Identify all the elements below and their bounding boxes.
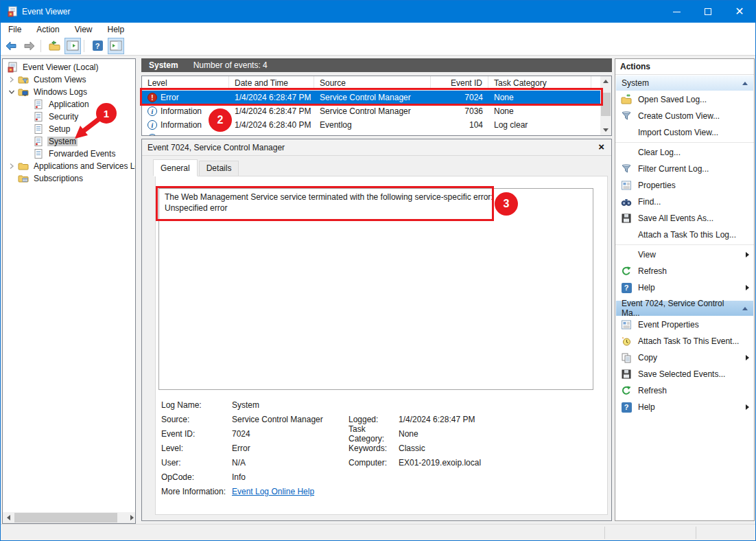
action-view[interactable]: View: [615, 246, 754, 263]
export-log-icon: [48, 41, 60, 51]
action-clear-log[interactable]: Clear Log...: [615, 144, 754, 161]
event-fields: Log Name: System Source: Service Control…: [161, 398, 600, 498]
action-attach-task-to-log[interactable]: Attach a Task To this Log...: [615, 227, 754, 243]
back-button[interactable]: [3, 38, 19, 54]
refresh-icon: [621, 385, 632, 396]
scroll-left-arrow-icon[interactable]: [3, 512, 14, 523]
collapse-arrow-icon[interactable]: [742, 82, 748, 85]
information-icon: i: [147, 106, 157, 116]
action-create-custom-view[interactable]: Create Custom View...: [615, 108, 754, 124]
submenu-arrow-icon: [746, 252, 749, 257]
back-icon: [5, 41, 17, 51]
minimize-icon: [673, 12, 681, 12]
help-icon: ?: [93, 41, 103, 51]
action-event-properties[interactable]: Event Properties: [615, 316, 754, 333]
action-help[interactable]: ? Help: [615, 279, 754, 296]
forward-button[interactable]: [21, 38, 38, 54]
minimize-button[interactable]: [661, 1, 692, 23]
action-attach-task-to-event[interactable]: Attach Task To This Event...: [615, 333, 754, 349]
scroll-down-arrow-icon[interactable]: [600, 125, 611, 135]
event-id-value: 7024: [232, 429, 349, 439]
tab-general[interactable]: General: [153, 159, 198, 176]
collapse-arrow-icon[interactable]: [742, 307, 748, 310]
tree-label[interactable]: Custom Views: [32, 75, 87, 84]
keywords-label: Keywords:: [349, 444, 399, 453]
tree-label[interactable]: Setup: [47, 124, 71, 134]
actions-section-system[interactable]: System: [615, 75, 754, 91]
annotation-box-error-row: [140, 88, 603, 106]
export-log-button[interactable]: [46, 38, 62, 54]
event-log-online-help-link[interactable]: Event Log Online Help: [232, 487, 314, 496]
close-icon: ✕: [735, 6, 744, 17]
scrollbar-thumb[interactable]: [14, 513, 117, 522]
tree-item-subscriptions[interactable]: Subscriptions: [3, 172, 135, 185]
tree-label[interactable]: Windows Logs: [32, 87, 88, 97]
tree-item-custom-views[interactable]: Custom Views: [3, 73, 135, 86]
tree-item-system[interactable]: System: [3, 135, 135, 148]
task-category-value: None: [399, 429, 600, 439]
event-viewer-app-icon: [7, 6, 18, 17]
log-file-icon: [33, 124, 44, 135]
action-help-event[interactable]: ? Help: [615, 399, 754, 415]
actions-section-event-7024[interactable]: Event 7024, Service Control Ma...: [615, 300, 754, 316]
menu-file[interactable]: File: [2, 23, 27, 36]
menu-view[interactable]: View: [69, 23, 99, 36]
preview-header: Event 7024, Service Control Manager ×: [142, 139, 611, 156]
status-bar: [1, 524, 755, 540]
maximize-icon: [705, 8, 711, 15]
action-find[interactable]: Find...: [615, 194, 754, 210]
information-icon: [147, 134, 157, 136]
action-save-selected-events[interactable]: Save Selected Events...: [615, 366, 754, 382]
action-save-all-events-as[interactable]: Save All Events As...: [615, 210, 754, 227]
event-id-label: Event ID:: [161, 429, 232, 439]
source-label: Source:: [161, 415, 232, 424]
action-pane-toggle-button[interactable]: [108, 38, 124, 54]
properties-icon: [621, 180, 632, 191]
console-tree-toggle-button[interactable]: [64, 38, 81, 54]
menu-action[interactable]: Action: [30, 23, 65, 36]
section-title: Event 7024, Service Control Ma...: [622, 299, 742, 318]
action-open-saved-log[interactable]: Open Saved Log...: [615, 91, 754, 108]
custom-views-folder-icon: [18, 74, 29, 85]
tree-label[interactable]: Forwarded Events: [47, 149, 117, 159]
action-refresh[interactable]: Refresh: [615, 263, 754, 279]
table-row-partial[interactable]: [142, 132, 611, 136]
tree-item-forwarded-events[interactable]: Forwarded Events: [3, 148, 135, 160]
scroll-right-arrow-icon[interactable]: [124, 512, 135, 523]
log-name-value: System: [232, 400, 349, 410]
tab-details[interactable]: Details: [199, 161, 239, 176]
close-button[interactable]: ✕: [724, 1, 755, 23]
tree-label[interactable]: Application: [47, 100, 91, 109]
tree-label[interactable]: Applications and Services Lo: [32, 161, 136, 171]
toolbar: ?: [1, 36, 755, 56]
maximize-button[interactable]: [692, 1, 724, 23]
tree-horizontal-scrollbar[interactable]: [3, 512, 135, 523]
action-properties[interactable]: Properties: [615, 177, 754, 194]
tree-item-event-viewer-local[interactable]: Event Viewer (Local): [3, 61, 135, 73]
level-value: Error: [232, 444, 349, 453]
menu-help[interactable]: Help: [102, 23, 131, 36]
actions-separator: [615, 142, 754, 143]
action-refresh-event[interactable]: Refresh: [615, 382, 754, 399]
tree-label[interactable]: Event Viewer (Local): [21, 62, 100, 72]
tree-item-applications-and-services[interactable]: Applications and Services Lo: [3, 160, 135, 172]
preview-close-icon[interactable]: ×: [598, 141, 604, 152]
action-copy[interactable]: Copy: [615, 349, 754, 366]
scroll-up-arrow-icon[interactable]: [600, 76, 611, 87]
chevron-right-icon: [8, 76, 15, 83]
tree-item-windows-logs[interactable]: Windows Logs: [3, 86, 135, 98]
tree-label[interactable]: Subscriptions: [32, 174, 84, 183]
tree-item-setup[interactable]: Setup: [3, 123, 135, 135]
copy-icon: [621, 352, 632, 363]
events-vertical-scrollbar[interactable]: [600, 76, 611, 135]
folder-icon: [18, 161, 29, 172]
action-filter-current-log[interactable]: Filter Current Log...: [615, 161, 754, 177]
action-import-custom-view[interactable]: Import Custom View...: [615, 124, 754, 141]
open-saved-log-icon: [621, 94, 632, 105]
annotation-badge-2: 2: [209, 108, 232, 132]
binoculars-icon: [621, 196, 632, 207]
save-icon: [621, 213, 632, 224]
user-label: User:: [161, 458, 232, 468]
toolbar-separator: [40, 40, 41, 52]
help-button[interactable]: ?: [89, 38, 106, 54]
